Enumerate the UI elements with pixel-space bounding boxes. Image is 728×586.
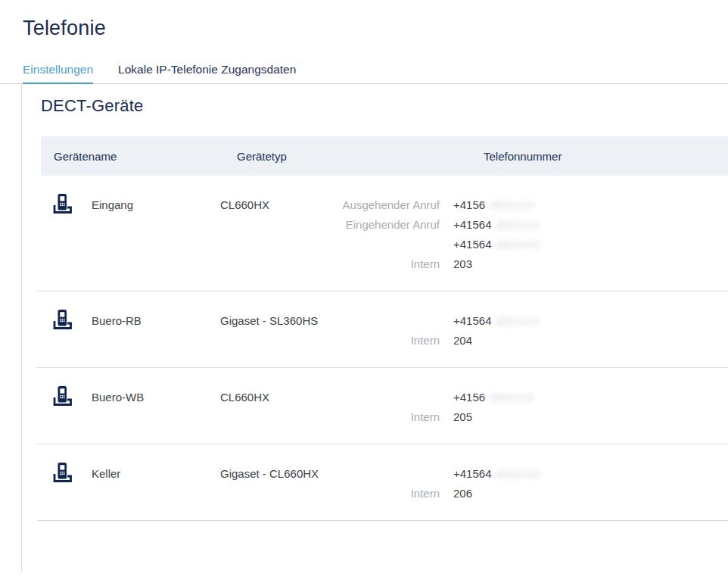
- phone-number-value: +4156: [453, 388, 534, 407]
- phone-numbers-cell: +41564 Intern 204: [326, 311, 728, 351]
- phone-number-line: +41564: [326, 311, 728, 331]
- column-header-geraetetyp: Gerätetyp: [237, 150, 343, 163]
- phone-number-text: +41564: [453, 311, 491, 331]
- phone-number-label: Ausgehender Anruf: [326, 195, 440, 215]
- device-type: CL660HX: [220, 195, 326, 274]
- table-row[interactable]: Eingang CL660HX Ausgehender Anruf +4156 …: [37, 176, 728, 291]
- phone-number-line: +41564: [326, 235, 728, 254]
- device-name-cell: Eingang: [51, 195, 220, 274]
- phone-number-text: +4156: [453, 388, 485, 407]
- device-name: Eingang: [92, 195, 133, 215]
- phone-number-label: Intern: [326, 331, 440, 351]
- redacted-number-blur: [496, 221, 540, 229]
- phone-number-value: 206: [453, 484, 472, 503]
- phone-number-line: +41564: [326, 464, 728, 484]
- phone-number-label: [326, 388, 440, 407]
- phone-number-value: 204: [453, 331, 472, 351]
- tabbar: Einstellungen Lokale IP-Telefonie Zugang…: [0, 58, 728, 84]
- table-row[interactable]: Buero-WB CL660HX +4156 Intern 205: [37, 368, 728, 444]
- phone-numbers-cell: +41564 Intern 206: [326, 464, 728, 503]
- phone-number-label: Intern: [326, 484, 440, 503]
- phone-number-line: Intern 203: [326, 254, 728, 274]
- phone-number-value: +41564: [453, 215, 540, 235]
- phone-numbers-cell: +4156 Intern 205: [326, 388, 728, 427]
- content-panel: DECT-Geräte Gerätename Gerätetyp Telefon…: [21, 84, 728, 571]
- page-header: Telefonie: [0, 0, 728, 40]
- tab-einstellungen[interactable]: Einstellungen: [23, 63, 93, 83]
- phone-number-text: +4156: [453, 195, 485, 215]
- phone-number-value: +4156: [453, 195, 534, 215]
- dect-phone-icon: [51, 193, 73, 218]
- phone-number-label: [326, 235, 440, 254]
- device-name-cell: Keller: [51, 464, 220, 503]
- column-header-geraetename: Gerätename: [54, 150, 223, 163]
- phone-number-value: +41564: [453, 235, 540, 254]
- phone-number-value: +41564: [453, 311, 540, 331]
- phone-number-label: Eingehender Anruf: [326, 215, 440, 235]
- device-table-body: Eingang CL660HX Ausgehender Anruf +4156 …: [37, 176, 728, 521]
- phone-number-label: [326, 311, 440, 331]
- phone-number-line: +4156: [326, 388, 728, 407]
- phone-number-line: Intern 205: [326, 407, 728, 427]
- dect-phone-icon: [51, 462, 73, 487]
- phone-number-label: [326, 464, 440, 484]
- tab-lokale-ip-telefonie-zugangsdaten[interactable]: Lokale IP-Telefonie Zugangsdaten: [118, 63, 296, 83]
- phone-number-line: Ausgehender Anruf +4156: [326, 195, 728, 215]
- phone-number-label: Intern: [326, 254, 440, 274]
- phone-number-line: Eingehender Anruf +41564: [326, 215, 728, 235]
- redacted-number-blur: [496, 317, 540, 326]
- device-name: Keller: [92, 464, 120, 484]
- device-type: Gigaset - SL360HS: [220, 311, 326, 351]
- table-header-row: Gerätename Gerätetyp Telefonnummer: [41, 136, 728, 176]
- dect-phone-icon: [51, 385, 73, 410]
- page-title: Telefonie: [23, 17, 728, 40]
- phone-number-text: 205: [453, 407, 472, 427]
- phone-number-text: 206: [453, 484, 472, 503]
- phone-number-text: +41564: [453, 464, 491, 484]
- device-type: CL660HX: [220, 388, 326, 427]
- phone-number-line: Intern 206: [326, 484, 728, 503]
- phone-number-text: 204: [453, 331, 472, 351]
- phone-number-value: +41564: [453, 464, 540, 484]
- redacted-number-blur: [496, 241, 540, 249]
- column-header-telefonnummer: Telefonnummer: [484, 150, 728, 163]
- device-name-cell: Buero-WB: [51, 388, 220, 427]
- dect-phone-icon: [51, 309, 73, 334]
- section-title: DECT-Geräte: [22, 84, 728, 116]
- redacted-number-blur: [496, 470, 540, 478]
- device-name-cell: Buero-RB: [51, 311, 220, 351]
- redacted-number-blur: [490, 201, 534, 210]
- device-name: Buero-WB: [92, 388, 144, 407]
- redacted-number-blur: [490, 394, 534, 402]
- phone-number-line: Intern 204: [326, 331, 728, 351]
- phone-number-label: Intern: [326, 407, 440, 427]
- device-name: Buero-RB: [92, 311, 142, 331]
- table-row[interactable]: Keller Gigaset - CL660HX +41564 Intern 2…: [37, 444, 728, 521]
- phone-number-text: +41564: [453, 235, 491, 254]
- device-type: Gigaset - CL660HX: [220, 464, 326, 503]
- table-row[interactable]: Buero-RB Gigaset - SL360HS +41564 Intern…: [37, 291, 728, 368]
- phone-number-value: 205: [453, 407, 472, 427]
- phone-numbers-cell: Ausgehender Anruf +4156 Eingehender Anru…: [326, 195, 728, 274]
- phone-number-value: 203: [453, 254, 472, 274]
- phone-number-text: +41564: [453, 215, 491, 235]
- phone-number-text: 203: [453, 254, 472, 274]
